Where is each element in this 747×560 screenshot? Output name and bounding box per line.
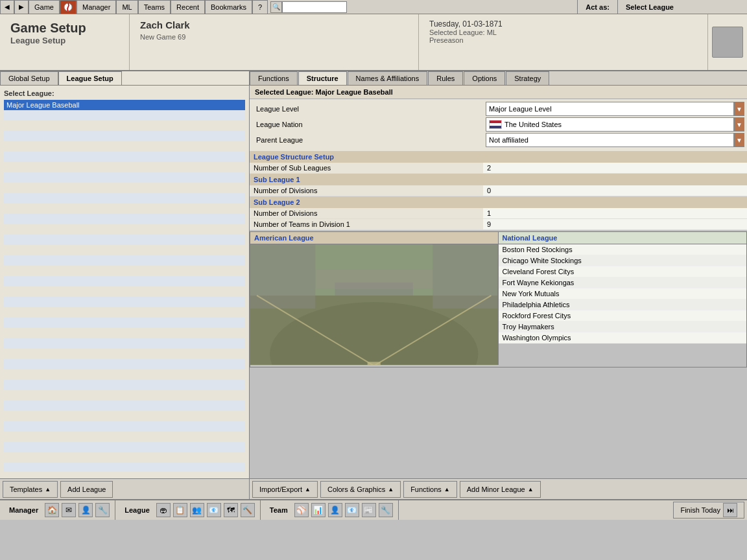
team-philadelphia[interactable]: Philadelphia Athletics bbox=[499, 299, 747, 310]
league-level-dropdown[interactable]: Major League Level bbox=[486, 102, 734, 116]
import-export-arrow-icon: ▲ bbox=[305, 486, 311, 493]
league-icon-4[interactable]: 📧 bbox=[207, 503, 221, 517]
user-info-bar: Game Setup League Setup Zach Clark New G… bbox=[0, 14, 747, 71]
team-rockford[interactable]: Rockford Forest Citys bbox=[499, 310, 747, 321]
national-league-teams: Boston Red Stockings Chicago White Stock… bbox=[499, 244, 747, 367]
sub-league-2-teams-label: Number of Teams in Division 1 bbox=[250, 219, 483, 229]
team-washington[interactable]: Washington Olympics bbox=[499, 332, 747, 344]
league-structure-setup-header: League Structure Setup bbox=[250, 151, 747, 163]
league-nation-label: League Nation bbox=[252, 119, 486, 130]
avatar bbox=[712, 27, 743, 58]
nav-back-button[interactable]: ◀ bbox=[0, 0, 14, 14]
main-content: Global Setup League Setup Select League:… bbox=[0, 71, 747, 499]
team-icon-2[interactable]: 📊 bbox=[311, 503, 326, 517]
search-icon: 🔍 bbox=[270, 1, 282, 13]
team-cleveland[interactable]: Cleveland Forest Citys bbox=[499, 266, 747, 277]
add-minor-league-button[interactable]: Add Minor League ▲ bbox=[460, 481, 541, 498]
sidebar-empty-row bbox=[4, 401, 245, 411]
manager-tools-icon[interactable]: 🔧 bbox=[95, 503, 110, 517]
user-section: Zach Clark New Game 69 bbox=[130, 14, 419, 70]
search-input[interactable] bbox=[282, 1, 347, 13]
team-chicago[interactable]: Chicago White Stockings bbox=[499, 255, 747, 266]
league-nation-dropdown-arrow[interactable]: ▼ bbox=[734, 117, 744, 132]
sub-leagues-value: 2 bbox=[483, 163, 747, 173]
top-nav-bar: ◀ ▶ Game Manager ML Teams Recent Bookmar… bbox=[0, 0, 747, 14]
league-level-dropdown-arrow[interactable]: ▼ bbox=[734, 102, 744, 116]
tab-structure[interactable]: Structure bbox=[298, 71, 347, 85]
team-boston[interactable]: Boston Red Stockings bbox=[499, 244, 747, 255]
team-icon-5[interactable]: 📰 bbox=[362, 503, 376, 517]
team-icon-3[interactable]: 👤 bbox=[328, 503, 342, 517]
team-icon-4[interactable]: 📧 bbox=[345, 503, 359, 517]
functions-button[interactable]: Functions ▲ bbox=[403, 481, 457, 498]
team-fort-wayne[interactable]: Fort Wayne Kekiongas bbox=[499, 277, 747, 288]
parent-league-value: Not affiliated ▼ bbox=[486, 133, 744, 147]
colors-graphics-arrow-icon: ▲ bbox=[388, 486, 394, 493]
help-button[interactable]: ? bbox=[252, 0, 268, 14]
league-icon-5[interactable]: 🗺 bbox=[224, 503, 238, 517]
sidebar-empty-row bbox=[4, 183, 245, 193]
team-troy[interactable]: Troy Haymakers bbox=[499, 321, 747, 332]
league-list-item[interactable]: Major League Baseball bbox=[4, 100, 245, 110]
tab-options[interactable]: Options bbox=[464, 71, 505, 85]
parent-league-dropdown[interactable]: Not affiliated bbox=[486, 133, 734, 147]
tab-strategy[interactable]: Strategy bbox=[506, 71, 549, 85]
sidebar-empty-row bbox=[4, 307, 245, 318]
user-name: Zach Clark bbox=[140, 19, 408, 30]
sidebar-empty-row bbox=[4, 224, 245, 235]
team-icon-1[interactable]: ⚾ bbox=[294, 503, 309, 517]
sidebar-empty-row bbox=[4, 421, 245, 432]
sidebar-empty-row bbox=[4, 452, 245, 463]
finish-today-area: Finish Today ⏭ bbox=[673, 502, 747, 519]
manager-home-icon[interactable]: 🏠 bbox=[45, 503, 59, 517]
manager-mail-icon[interactable]: ✉ bbox=[62, 503, 76, 517]
bookmarks-menu-button[interactable]: Bookmarks bbox=[205, 0, 252, 14]
sidebar-empty-row bbox=[4, 172, 245, 183]
league-icon-3[interactable]: 👥 bbox=[190, 503, 204, 517]
sidebar-empty-row bbox=[4, 131, 245, 141]
sidebar-empty-row bbox=[4, 318, 245, 328]
team-new-york[interactable]: New York Mutuals bbox=[499, 288, 747, 299]
sidebar-empty-row bbox=[4, 162, 245, 172]
american-league-column: American League bbox=[250, 232, 499, 367]
templates-button[interactable]: Templates ▲ bbox=[3, 481, 58, 498]
tab-league-setup[interactable]: League Setup bbox=[58, 71, 122, 85]
sidebar-empty-row bbox=[4, 141, 245, 152]
finish-today-button[interactable]: Finish Today ⏭ bbox=[673, 502, 744, 519]
us-flag-icon bbox=[489, 120, 502, 129]
sub-league-1-header: Sub League 1 bbox=[250, 174, 747, 185]
game-menu-button[interactable]: Game bbox=[29, 0, 60, 14]
teams-menu-button[interactable]: Teams bbox=[138, 0, 171, 14]
sub-league-1-divisions-label: Number of Divisions bbox=[250, 185, 483, 196]
svg-rect-10 bbox=[368, 362, 381, 365]
sub-league-2-header: Sub League 2 bbox=[250, 196, 747, 208]
nav-forward-button[interactable]: ▶ bbox=[14, 0, 29, 14]
import-export-button[interactable]: Import/Export ▲ bbox=[252, 481, 318, 498]
team-icon-6[interactable]: 🔧 bbox=[379, 503, 393, 517]
tab-names-affiliations[interactable]: Names & Affiliations bbox=[348, 71, 428, 85]
american-league-header: American League bbox=[250, 232, 499, 244]
team-section: Team ⚾ 📊 👤 📧 📰 🔧 bbox=[261, 500, 399, 520]
tab-functions[interactable]: Functions bbox=[250, 71, 298, 85]
league-icon-1[interactable]: 🏟 bbox=[156, 503, 171, 517]
recent-menu-button[interactable]: Recent bbox=[171, 0, 205, 14]
sidebar-empty-row bbox=[4, 328, 245, 338]
parent-league-dropdown-arrow[interactable]: ▼ bbox=[734, 133, 744, 147]
manager-section: Manager 🏠 ✉ 👤 🔧 bbox=[0, 500, 115, 520]
manager-person-icon[interactable]: 👤 bbox=[78, 503, 93, 517]
tab-global-setup[interactable]: Global Setup bbox=[0, 71, 58, 85]
manager-menu-button[interactable]: Manager bbox=[77, 0, 116, 14]
league-icon-6[interactable]: 🔨 bbox=[241, 503, 255, 517]
league-level-row: League Level Major League Level ▼ bbox=[252, 102, 744, 116]
add-league-button[interactable]: Add League bbox=[60, 481, 113, 498]
sidebar-empty-row bbox=[4, 359, 245, 369]
colors-graphics-button[interactable]: Colors & Graphics ▲ bbox=[320, 481, 401, 498]
team-label: Team bbox=[266, 506, 292, 514]
league-nation-dropdown[interactable]: The United States bbox=[486, 117, 734, 132]
sidebar-empty-row bbox=[4, 193, 245, 204]
ml-menu-button[interactable]: ML bbox=[116, 0, 137, 14]
tab-rules[interactable]: Rules bbox=[428, 71, 463, 85]
sub-league-2-teams-row: Number of Teams in Division 1 9 bbox=[250, 219, 747, 230]
parent-league-label: Parent League bbox=[252, 135, 486, 145]
league-icon-2[interactable]: 📋 bbox=[173, 503, 187, 517]
